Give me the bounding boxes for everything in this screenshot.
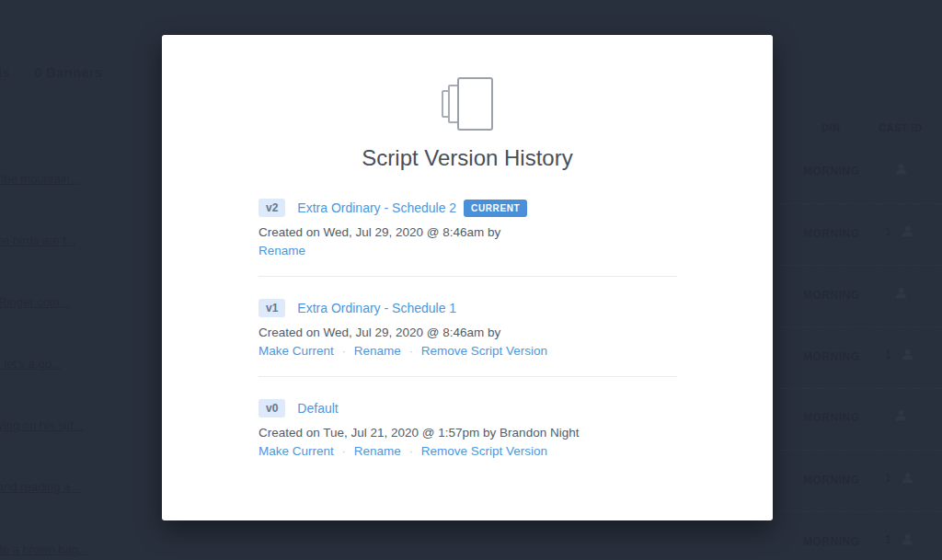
rename-link[interactable]: Rename [354, 444, 401, 458]
version-name-link[interactable]: Default [297, 401, 338, 416]
version-entry-v0: v0 Default Created on Tue, Jul 21, 2020 … [258, 399, 677, 458]
remove-script-version-link[interactable]: Remove Script Version [421, 344, 547, 358]
rename-link[interactable]: Rename [354, 344, 401, 358]
action-separator: · [342, 445, 346, 458]
rename-link[interactable]: Rename [258, 244, 305, 257]
remove-script-version-link[interactable]: Remove Script Version [421, 444, 547, 458]
script-version-history-modal: Script Version History v2 Extra Ordinary… [162, 35, 773, 520]
stack-page-front [457, 77, 493, 131]
entry-divider [258, 376, 677, 377]
entry-divider [258, 276, 677, 277]
version-stack-icon [442, 77, 493, 131]
modal-title: Script Version History [162, 145, 773, 171]
version-tag: v2 [258, 199, 285, 217]
action-separator: · [342, 345, 346, 358]
created-text: Created on Tue, Jul 21, 2020 @ 1:57pm by… [258, 426, 677, 440]
created-text: Created on Wed, Jul 29, 2020 @ 8:46am by [258, 326, 677, 339]
version-tag: v1 [258, 299, 285, 317]
version-list: v2 Extra Ordinary - Schedule 2 CURRENT C… [258, 199, 677, 458]
make-current-link[interactable]: Make Current [258, 344, 334, 358]
make-current-link[interactable]: Make Current [258, 444, 334, 458]
current-badge: CURRENT [464, 200, 527, 217]
version-tag: v0 [258, 399, 285, 417]
action-separator: · [409, 345, 413, 358]
action-separator: · [409, 445, 413, 458]
version-entry-v2: v2 Extra Ordinary - Schedule 2 CURRENT C… [258, 199, 677, 277]
version-name-link[interactable]: Extra Ordinary - Schedule 2 [297, 200, 456, 215]
version-entry-v1: v1 Extra Ordinary - Schedule 1 Created o… [258, 299, 677, 377]
version-name-link[interactable]: Extra Ordinary - Schedule 1 [297, 301, 456, 315]
created-text: Created on Wed, Jul 29, 2020 @ 8:46am by [258, 225, 677, 239]
